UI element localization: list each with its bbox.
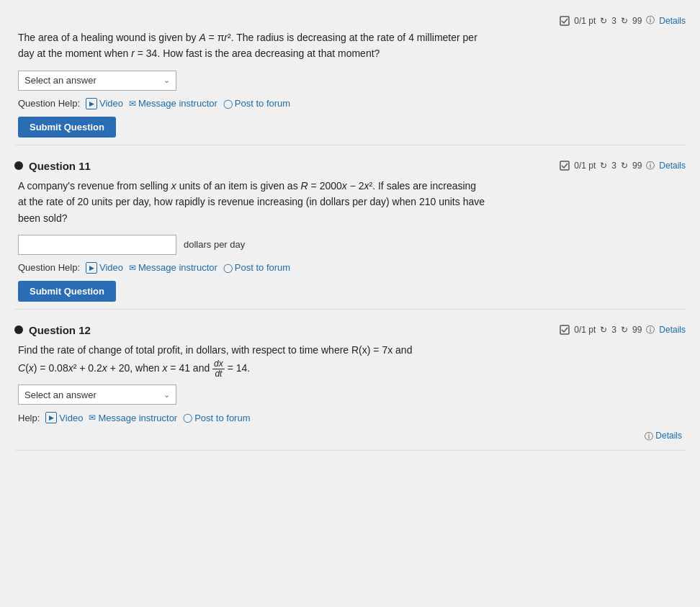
- q10-tries: 3: [611, 16, 616, 26]
- q11-message-label: Message instructor: [138, 262, 217, 273]
- q12-header: Question 12 0/1 pt ↻ 3 ↻ 99 ⓘ Details: [14, 324, 686, 336]
- q12-bottom-info-icon: ⓘ: [645, 431, 653, 443]
- q12-video-label: Video: [59, 413, 83, 423]
- q11-info-icon: ⓘ: [646, 160, 655, 172]
- q12-bottom-detail-link[interactable]: Details: [655, 431, 682, 443]
- q12-help: Help: ▶ Video ✉ Message instructor ◯ Pos…: [14, 412, 686, 423]
- q10-video-label: Video: [99, 98, 123, 109]
- q10-help-label: Question Help:: [18, 98, 80, 109]
- q11-resets: 99: [632, 161, 642, 171]
- q12-info-icon: ⓘ: [646, 324, 655, 336]
- q12-forum-icon: ◯: [183, 413, 192, 423]
- q11-points: 0/1 pt: [574, 161, 596, 171]
- q12-help-label: Help:: [18, 413, 40, 423]
- q10-resets: 99: [632, 16, 642, 26]
- q10-body-line2: day at the moment when r = 34. How fast …: [18, 48, 380, 59]
- q12-frac-num: dx: [212, 359, 225, 369]
- q12-body-line1: Find the rate of change of total profit,…: [18, 344, 412, 356]
- q10-points: 0/1 pt: [574, 16, 596, 26]
- q12-answer-row: Select an answer ⌄: [14, 385, 686, 405]
- svg-rect-2: [560, 325, 569, 334]
- q11-title: Question 11: [29, 160, 91, 172]
- q11-detail-link[interactable]: Details: [659, 161, 686, 171]
- q11-video-label: Video: [99, 262, 123, 273]
- q10-forum-icon: ◯: [223, 99, 233, 109]
- q10-video-link[interactable]: ▶ Video: [86, 98, 123, 109]
- q12-title: Question 12: [29, 324, 91, 336]
- q10-tries-icon: ↻: [600, 16, 607, 26]
- q11-body: A company's revenue from selling x units…: [14, 178, 686, 226]
- q10-chevron-icon: ⌄: [163, 76, 170, 85]
- question-12-block: Question 12 0/1 pt ↻ 3 ↻ 99 ⓘ Details Fi…: [14, 317, 686, 451]
- q11-help-label: Question Help:: [18, 262, 80, 273]
- q12-forum-label: Post to forum: [194, 413, 250, 423]
- q11-forum-label: Post to forum: [235, 262, 290, 273]
- q11-answer-input[interactable]: [18, 235, 176, 255]
- q11-header: Question 11 0/1 pt ↻ 3 ↻ 99 ⓘ Details: [14, 160, 686, 172]
- q11-title-row: Question 11: [14, 160, 91, 172]
- q12-resets-icon: ↻: [621, 325, 628, 335]
- q11-mail-icon: ✉: [129, 263, 136, 273]
- q10-check-icon: [560, 16, 570, 26]
- q12-check-icon: [560, 325, 570, 335]
- q10-video-icon: ▶: [86, 98, 97, 109]
- q10-forum-link[interactable]: ◯ Post to forum: [223, 98, 290, 109]
- q11-video-link[interactable]: ▶ Video: [86, 262, 123, 274]
- q10-select-label: Select an answer: [24, 75, 97, 86]
- q12-select[interactable]: Select an answer ⌄: [18, 385, 176, 405]
- q11-forum-link[interactable]: ◯ Post to forum: [223, 262, 290, 273]
- q11-tries-icon: ↻: [600, 161, 607, 171]
- q12-tries-icon: ↻: [600, 325, 607, 335]
- q10-message-label: Message instructor: [138, 98, 217, 109]
- q12-resets: 99: [632, 325, 642, 335]
- q11-unit-label: dollars per day: [184, 239, 245, 250]
- q10-submit-button[interactable]: Submit Question: [18, 117, 116, 138]
- q12-video-icon: ▶: [45, 412, 57, 423]
- svg-rect-0: [560, 17, 569, 25]
- q11-check-icon: [560, 161, 570, 171]
- q10-mail-icon: ✉: [129, 99, 136, 109]
- q10-info-icon: ⓘ: [646, 14, 655, 27]
- q12-dot-icon: [14, 325, 23, 334]
- q10-body-line1: The area of a healing wound is given by …: [18, 32, 477, 43]
- q11-dot-icon: [14, 161, 23, 170]
- q12-points: 0/1 pt: [574, 325, 596, 335]
- q12-message-label: Message instructor: [98, 413, 177, 423]
- q11-message-link[interactable]: ✉ Message instructor: [129, 262, 217, 273]
- q11-body-line2: at the rate of 20 units per day, how rap…: [18, 196, 485, 207]
- q10-message-link[interactable]: ✉ Message instructor: [129, 98, 217, 109]
- q11-resets-icon: ↻: [621, 161, 628, 171]
- q11-meta: 0/1 pt ↻ 3 ↻ 99 ⓘ Details: [560, 160, 686, 172]
- q10-help: Question Help: ▶ Video ✉ Message instruc…: [14, 98, 686, 109]
- q10-top-meta: 0/1 pt ↻ 3 ↻ 99 ⓘ Details: [14, 14, 686, 27]
- q12-title-row: Question 12: [14, 324, 91, 336]
- q11-forum-icon: ◯: [223, 263, 233, 273]
- svg-rect-1: [560, 161, 569, 170]
- q12-meta: 0/1 pt ↻ 3 ↻ 99 ⓘ Details: [560, 324, 686, 336]
- q11-tries: 3: [611, 161, 616, 171]
- q11-help: Question Help: ▶ Video ✉ Message instruc…: [14, 262, 686, 274]
- q12-chevron-icon: ⌄: [163, 390, 170, 400]
- question-11-block: Question 11 0/1 pt ↻ 3 ↻ 99 ⓘ Details A …: [14, 153, 686, 310]
- q12-tries: 3: [611, 325, 616, 335]
- q12-frac-den: dt: [213, 369, 223, 379]
- q11-video-icon: ▶: [86, 262, 97, 274]
- q12-forum-link[interactable]: ◯ Post to forum: [183, 413, 250, 423]
- q12-detail-link[interactable]: Details: [659, 325, 686, 335]
- q11-submit-button[interactable]: Submit Question: [18, 281, 116, 302]
- q10-resets-icon: ↻: [621, 16, 628, 26]
- question-10-block: 0/1 pt ↻ 3 ↻ 99 ⓘ Details The area of a …: [14, 7, 686, 145]
- q12-mail-icon: ✉: [89, 413, 96, 423]
- q11-body-line1: A company's revenue from selling x units…: [18, 180, 476, 192]
- q12-select-label: Select an answer: [24, 390, 97, 400]
- q11-answer-row: dollars per day: [14, 235, 686, 255]
- q12-body-line2: C(x) = 0.08x² + 0.2x + 20, when x = 41 a…: [18, 362, 250, 374]
- q10-forum-label: Post to forum: [235, 98, 290, 109]
- q10-detail-link[interactable]: Details: [659, 16, 686, 26]
- q10-select[interactable]: Select an answer ⌄: [18, 71, 176, 91]
- q11-body-line3: been sold?: [18, 212, 68, 224]
- q12-message-link[interactable]: ✉ Message instructor: [89, 413, 177, 423]
- q10-body: The area of a healing wound is given by …: [14, 30, 686, 62]
- q12-video-link[interactable]: ▶ Video: [45, 412, 83, 423]
- q10-answer-row: Select an answer ⌄: [14, 71, 686, 91]
